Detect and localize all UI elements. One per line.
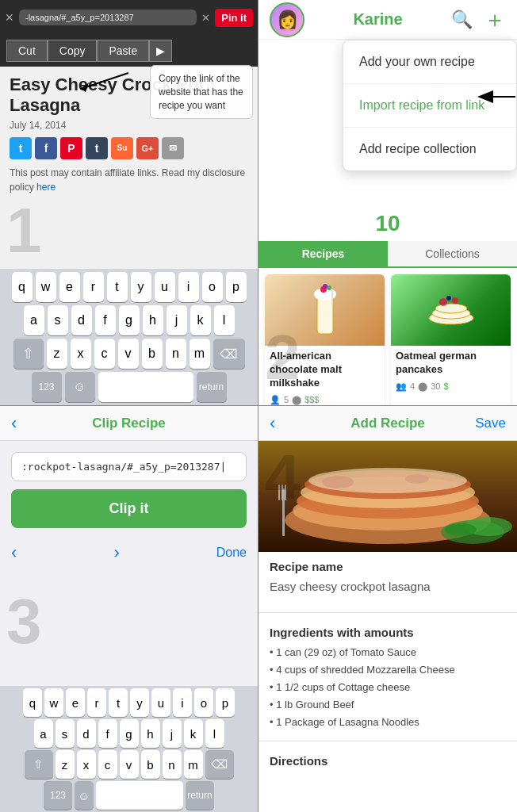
k-l[interactable]: l [205, 719, 224, 748]
stumble-icon[interactable]: Su [111, 137, 133, 159]
key-u[interactable]: u [155, 272, 175, 302]
add-own-recipe-item[interactable]: Add your own recipe [343, 40, 516, 84]
copy-button[interactable]: Copy [48, 40, 98, 62]
k-del[interactable]: ⌫ [205, 750, 234, 779]
k-123[interactable]: 123 [44, 781, 72, 810]
forward-nav-button[interactable]: › [113, 542, 119, 563]
pin-it-button[interactable]: Pin it [215, 9, 253, 27]
key-a[interactable]: a [24, 305, 44, 335]
add-collection-item[interactable]: Add recipe collection [343, 128, 516, 170]
k-y[interactable]: y [130, 688, 149, 717]
k-w[interactable]: w [44, 688, 63, 717]
key-x[interactable]: x [71, 339, 91, 369]
browser-url-bar[interactable]: -lasagna/#_a5y_p=2013287 [19, 10, 197, 25]
k-emoji2[interactable]: ☺ [75, 781, 94, 810]
key-z[interactable]: z [47, 339, 67, 369]
k-f[interactable]: f [98, 719, 117, 748]
context-more-button[interactable]: ▶ [149, 40, 172, 62]
key-c[interactable]: c [94, 339, 115, 369]
browser-nav-bar: ‹ › Done [0, 536, 258, 569]
k-i[interactable]: i [173, 688, 192, 717]
key-shift[interactable]: ⇧ [13, 339, 44, 369]
add-recipe-back-button[interactable]: ‹ [270, 413, 275, 434]
key-o[interactable]: o [202, 272, 223, 302]
key-v[interactable]: v [118, 339, 139, 369]
k-c[interactable]: c [98, 750, 117, 779]
key-s[interactable]: s [48, 305, 68, 335]
k-return2[interactable]: return [186, 781, 214, 810]
k-shift[interactable]: ⇧ [25, 750, 53, 779]
k-e[interactable]: e [66, 688, 85, 717]
key-g[interactable]: g [119, 305, 140, 335]
tab-recipes[interactable]: Recipes [258, 241, 388, 266]
key-i[interactable]: i [178, 272, 199, 302]
url-input-field[interactable]: :rockpot-lasagna/#_a5y_p=2013287| [11, 452, 247, 481]
k-space2[interactable] [96, 781, 183, 810]
article-body-text: This post may contain affiliate links. R… [10, 166, 248, 194]
k-o[interactable]: o [194, 688, 213, 717]
k-z[interactable]: z [56, 750, 75, 779]
key-emoji[interactable]: ☺ [65, 372, 95, 402]
browser-cancel-icon[interactable]: ✕ [201, 12, 210, 24]
key-m[interactable]: m [190, 339, 210, 369]
k-m[interactable]: m [184, 750, 203, 779]
key-p[interactable]: p [226, 272, 247, 302]
key-y[interactable]: y [131, 272, 151, 302]
facebook-icon[interactable]: f [35, 137, 57, 159]
k-n[interactable]: n [163, 750, 182, 779]
key-r[interactable]: r [83, 272, 104, 302]
clip-back-button[interactable]: ‹ [11, 413, 17, 434]
pinterest-icon[interactable]: P [60, 137, 82, 159]
k-r[interactable]: r [87, 688, 106, 717]
back-nav-button[interactable]: ‹ [11, 542, 17, 563]
recipe-card-pancakes[interactable]: Oatmeal german pancakes 👥 4 ⬤ 30 $ [391, 274, 511, 406]
k-x[interactable]: x [77, 750, 96, 779]
clip-it-button[interactable]: Clip it [11, 489, 247, 528]
key-q[interactable]: q [12, 272, 33, 302]
email-icon[interactable]: ✉ [162, 137, 184, 159]
key-w[interactable]: w [36, 272, 56, 302]
key-123[interactable]: 123 [32, 372, 62, 402]
key-t[interactable]: t [107, 272, 128, 302]
key-delete[interactable]: ⌫ [213, 339, 245, 369]
k-g[interactable]: g [120, 719, 139, 748]
googleplus-icon[interactable]: G+ [136, 137, 159, 159]
key-e[interactable]: e [59, 272, 80, 302]
k-u[interactable]: u [151, 688, 170, 717]
add-icon[interactable]: ＋ [484, 5, 506, 35]
key-b[interactable]: b [142, 339, 163, 369]
done-button[interactable]: Done [216, 546, 247, 560]
key-space[interactable] [98, 372, 193, 402]
tab-collections[interactable]: Collections [388, 241, 517, 266]
key-l[interactable]: l [214, 305, 235, 335]
save-button[interactable]: Save [475, 416, 506, 431]
cut-button[interactable]: Cut [6, 40, 48, 62]
k-q[interactable]: q [23, 688, 42, 717]
disclosure-link[interactable]: here [36, 182, 56, 193]
k-j[interactable]: j [163, 719, 182, 748]
tumblr-icon[interactable]: t [86, 137, 108, 159]
context-menu: Cut Copy Paste ▶ [0, 35, 258, 67]
k-b[interactable]: b [141, 750, 160, 779]
k-k[interactable]: k [184, 719, 203, 748]
key-return[interactable]: return [197, 372, 227, 402]
recipe-info-scroll[interactable]: Recipe name Easy cheesy crockpot lasagna… [258, 552, 517, 777]
key-j[interactable]: j [167, 305, 187, 335]
k-s[interactable]: s [56, 719, 75, 748]
k-v[interactable]: v [120, 750, 139, 779]
k-d[interactable]: d [77, 719, 96, 748]
k-a[interactable]: a [34, 719, 53, 748]
key-n[interactable]: n [166, 339, 186, 369]
k-p[interactable]: p [216, 688, 235, 717]
key-k[interactable]: k [190, 305, 211, 335]
key-h[interactable]: h [143, 305, 163, 335]
k-t[interactable]: t [109, 688, 128, 717]
twitter-icon[interactable]: t [10, 137, 32, 159]
key-d[interactable]: d [71, 305, 92, 335]
key-f[interactable]: f [95, 305, 116, 335]
paste-button[interactable]: Paste [97, 40, 149, 62]
circle-icon: ⬤ [292, 395, 301, 405]
k-h[interactable]: h [141, 719, 160, 748]
search-icon[interactable]: 🔍 [451, 10, 473, 30]
browser-close-icon[interactable]: ✕ [5, 11, 14, 24]
